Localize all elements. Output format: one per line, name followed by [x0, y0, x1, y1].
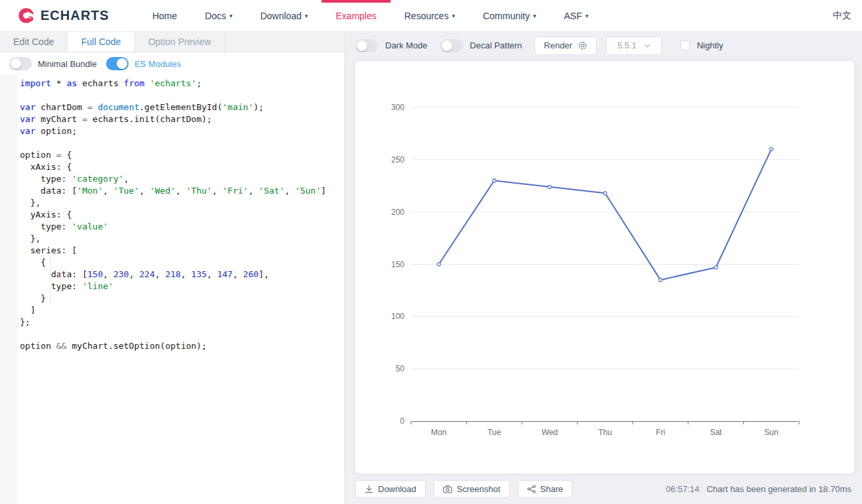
nav-item-community[interactable]: Community ▾ [469, 0, 550, 31]
svg-text:300: 300 [391, 103, 404, 112]
svg-text:Mon: Mon [431, 428, 446, 437]
render-timestamp: 06:57:14 [666, 484, 700, 494]
share-button[interactable]: Share [518, 480, 573, 498]
svg-text:50: 50 [396, 364, 405, 373]
nav-item-resources[interactable]: Resources ▾ [391, 0, 469, 31]
toggle-knob [11, 58, 21, 69]
bundle-toggle-row: Minimal Bundle ES Modules [0, 52, 344, 75]
minimal-bundle-label: Minimal Bundle [38, 59, 97, 69]
chevron-down-icon [644, 44, 650, 48]
nav-item-download[interactable]: Download ▾ [246, 0, 322, 31]
camera-icon [443, 485, 452, 493]
tab-option-preview[interactable]: Option Preview [135, 32, 225, 52]
caret-down-icon: ▾ [305, 13, 308, 19]
toggle-knob [357, 40, 367, 51]
language-switch[interactable]: 中文 [833, 10, 851, 22]
version-select[interactable]: 5.5.1 [606, 36, 662, 55]
svg-text:Wed: Wed [542, 428, 558, 437]
dark-mode-toggle[interactable] [355, 39, 378, 52]
caret-down-icon: ▾ [533, 13, 536, 19]
nightly-checkbox[interactable] [680, 40, 690, 50]
nav-item-asf[interactable]: ASF ▾ [550, 0, 603, 31]
es-modules-label: ES Modules [135, 59, 181, 69]
es-modules-toggle[interactable] [106, 57, 129, 70]
toggle-knob [117, 58, 127, 69]
gear-icon [578, 40, 587, 50]
preview-toolbar: Dark Mode Decal Pattern Render 5.5.1 [345, 32, 862, 59]
dark-mode-label: Dark Mode [385, 40, 428, 50]
svg-text:Fri: Fri [656, 428, 665, 437]
editor-tabbar: Edit Code Full Code Option Preview [0, 32, 344, 52]
code-lines[interactable]: import * as echarts from 'echarts'; var … [0, 75, 344, 504]
decal-pattern-toggle[interactable] [440, 39, 463, 52]
svg-text:Thu: Thu [598, 428, 612, 437]
tab-edit-code[interactable]: Edit Code [0, 32, 68, 52]
screenshot-button[interactable]: Screenshot [434, 480, 510, 498]
svg-text:Tue: Tue [487, 428, 501, 437]
share-icon [527, 485, 536, 493]
svg-text:200: 200 [391, 208, 404, 217]
tab-full-code[interactable]: Full Code [68, 32, 135, 52]
nav-item-docs[interactable]: Docs ▾ [191, 0, 246, 31]
nav-menu: Home Docs ▾ Download ▾ Examples Resource… [139, 0, 603, 31]
render-status: 06:57:14 Chart has been generated in 18.… [666, 484, 851, 494]
svg-text:Sun: Sun [765, 428, 778, 437]
decal-pattern-label: Decal Pattern [470, 40, 523, 50]
svg-text:250: 250 [391, 155, 404, 164]
svg-text:Sat: Sat [710, 428, 723, 437]
caret-down-icon: ▾ [229, 13, 233, 19]
chart-actions-bar: Download Screenshot [345, 473, 862, 504]
nightly-label: Nightly [697, 40, 723, 50]
caret-down-icon: ▾ [585, 13, 589, 19]
render-button[interactable]: Render [534, 36, 597, 55]
chart-card: 050100150200250300MonTueWedThuFriSatSun [355, 61, 854, 473]
chart-canvas[interactable]: 050100150200250300MonTueWedThuFriSatSun [355, 61, 854, 473]
nav-item-examples[interactable]: Examples [322, 0, 390, 31]
download-icon [365, 485, 373, 493]
echarts-logo-icon [17, 7, 35, 25]
logo-text: ECHARTS [40, 8, 109, 23]
minimal-bundle-toggle[interactable] [9, 57, 32, 70]
svg-text:150: 150 [391, 260, 404, 269]
echarts-logo[interactable]: ECHARTS [17, 7, 109, 25]
code-panel: Edit Code Full Code Option Preview Minim… [0, 32, 345, 504]
nav-item-home[interactable]: Home [139, 0, 191, 31]
download-button[interactable]: Download [355, 480, 426, 498]
toggle-knob [442, 40, 452, 51]
code-editor: import * as echarts from 'echarts'; var … [0, 75, 344, 504]
svg-text:100: 100 [391, 312, 404, 321]
caret-down-icon: ▾ [452, 13, 456, 19]
active-nav-indicator [322, 0, 390, 3]
render-message: Chart has been generated in 18.70ms [707, 484, 851, 494]
svg-text:0: 0 [400, 416, 404, 426]
navbar: ECHARTS Home Docs ▾ Download ▾ Examples … [0, 0, 862, 32]
preview-panel: Dark Mode Decal Pattern Render 5.5.1 [345, 32, 862, 504]
